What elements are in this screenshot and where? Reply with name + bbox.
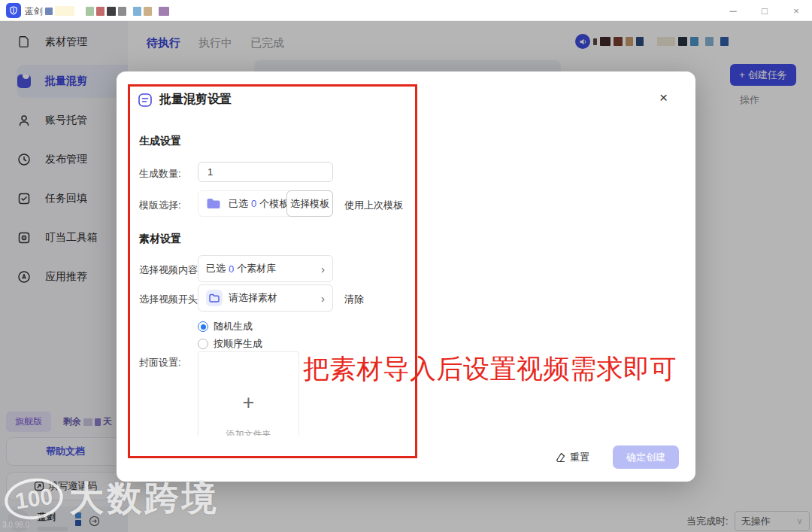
- radio-random-label: 随机生成: [214, 320, 253, 333]
- folder-outline-icon: [206, 290, 223, 306]
- close-button[interactable]: ×: [780, 0, 812, 21]
- radio-random[interactable]: 随机生成: [198, 320, 253, 333]
- template-selection-box: 已选 0 个模板 选择模板: [198, 190, 333, 217]
- cover-label: 封面设置:: [139, 356, 181, 369]
- dialog-close-icon[interactable]: ×: [659, 90, 668, 106]
- app-logo-icon: [6, 3, 21, 18]
- titlebar: 蓝剑 ─ □ ×: [0, 0, 812, 21]
- window-controls: ─ □ ×: [717, 0, 812, 21]
- section-material-settings: 素材设置: [139, 233, 181, 246]
- cover-upload-box[interactable]: + 添加文件夹: [198, 351, 299, 436]
- video-opening-select[interactable]: 请选择素材 ›: [198, 284, 333, 312]
- dialog-header: 批量混剪设置: [138, 92, 232, 108]
- choose-template-button[interactable]: 选择模板: [286, 190, 333, 217]
- confirm-create-button[interactable]: 确定创建: [613, 445, 679, 469]
- folder-icon: [206, 197, 221, 210]
- plus-icon: +: [198, 391, 298, 415]
- content-selected-unit: 个素材库: [237, 262, 276, 275]
- app-window: 蓝剑 ─ □ × 素材管理: [0, 0, 812, 532]
- template-label: 模版选择:: [139, 199, 181, 212]
- minimize-button[interactable]: ─: [717, 0, 749, 21]
- radio-checked-icon: [198, 321, 208, 332]
- radio-sequential[interactable]: 按顺序生成: [198, 337, 262, 351]
- annotation-text: 把素材导入后设置视频需求即可: [303, 351, 677, 387]
- chevron-right-icon: ›: [321, 292, 325, 305]
- reset-button[interactable]: 重置: [555, 451, 589, 464]
- reset-label: 重置: [570, 451, 589, 464]
- template-selected-unit: 个模板: [259, 197, 289, 211]
- upload-caption: 添加文件夹: [198, 428, 298, 436]
- radio-sequential-label: 按顺序生成: [214, 337, 262, 351]
- eraser-icon: [555, 452, 565, 463]
- content-selected-text: 已选: [206, 262, 226, 275]
- app-title: 蓝剑: [25, 5, 43, 18]
- video-content-select[interactable]: 已选 0 个素材库 ›: [198, 255, 333, 282]
- settings-list-icon: [138, 93, 153, 108]
- template-selected-text: 已选: [229, 197, 248, 211]
- template-selected-count: 0: [251, 198, 256, 209]
- chevron-right-icon: ›: [321, 263, 325, 275]
- quantity-label: 生成数量:: [139, 167, 181, 181]
- opening-placeholder: 请选择素材: [229, 291, 277, 305]
- section-generate-settings: 生成设置: [139, 135, 181, 148]
- use-last-template-link[interactable]: 使用上次模板: [344, 199, 403, 212]
- redacted-title-info: [45, 6, 169, 16]
- batch-mixcut-settings-dialog: 批量混剪设置 × 生成设置 生成数量: 模版选择: 已选 0 个模板 选择模板 …: [117, 71, 695, 482]
- maximize-button[interactable]: □: [749, 0, 780, 21]
- radio-unchecked-icon: [198, 339, 208, 349]
- video-opening-label: 选择视频开头:: [139, 293, 201, 306]
- quantity-input[interactable]: [198, 162, 333, 182]
- video-content-label: 选择视频内容:: [139, 263, 201, 277]
- clear-link[interactable]: 清除: [344, 293, 364, 306]
- dialog-title: 批量混剪设置: [159, 92, 232, 108]
- content-selected-count: 0: [229, 263, 234, 275]
